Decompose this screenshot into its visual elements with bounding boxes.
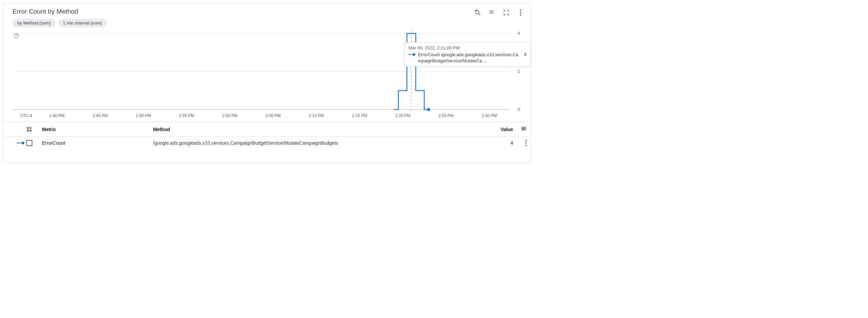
x-tick: 2:05 PM	[266, 113, 281, 118]
chip-interval[interactable]: 1 min interval (sum)	[58, 19, 107, 27]
td-method: /google.ads.googleads.v10.services.Campa…	[153, 140, 493, 146]
chip-group-by[interactable]: by Method (sum)	[13, 19, 56, 27]
legend-toggle-icon[interactable]	[489, 9, 495, 16]
metrics-card: Error Count by Method by Method (sum) 1 …	[3, 3, 531, 163]
x-tick: 2:10 PM	[309, 113, 324, 118]
card-title: Error Count by Method	[13, 8, 107, 15]
th-metric[interactable]: Metric	[42, 127, 153, 132]
table-header: Metric Method Value	[3, 122, 531, 136]
y-tick: 0	[518, 107, 520, 112]
row-series-marker	[7, 142, 26, 144]
svg-point-0	[476, 11, 479, 14]
svg-line-1	[479, 14, 480, 15]
tooltip-value: 4	[524, 52, 526, 57]
td-value: 4	[493, 140, 513, 146]
reset-zoom-icon[interactable]	[474, 9, 481, 16]
filter-columns-icon[interactable]	[26, 126, 42, 132]
more-options-icon[interactable]	[517, 9, 524, 16]
row-more-options-icon[interactable]	[525, 140, 527, 146]
chart-tooltip: Mar 30, 2022, 2:21:00 PM ErrorCount /goo…	[404, 42, 531, 67]
x-tick: 1:45 PM	[92, 113, 108, 118]
tooltip-series-label: ErrorCount /google.ads.googleads.v10.ser…	[418, 52, 519, 64]
tooltip-series-marker	[408, 53, 415, 56]
chart-area[interactable]: 4 2 0 UTC-4 1:40 PM 1:45 PM 1:50 PM 1:55…	[3, 29, 531, 122]
tooltip-timestamp: Mar 30, 2022, 2:21:00 PM	[408, 45, 526, 50]
row-checkbox[interactable]	[26, 140, 32, 146]
chip-row: by Method (sum) 1 min interval (sum)	[13, 19, 107, 27]
svg-rect-13	[525, 127, 526, 131]
column-settings-icon[interactable]	[521, 126, 527, 133]
help-icon[interactable]	[13, 33, 19, 39]
card-header: Error Count by Method by Method (sum) 1 …	[3, 3, 531, 29]
card-toolbar	[474, 8, 524, 16]
y-tick: 4	[518, 31, 520, 36]
y-tick: 2	[518, 69, 520, 74]
header-left: Error Count by Method by Method (sum) 1 …	[13, 8, 107, 27]
x-tick: 2:25 PM	[438, 113, 454, 118]
svg-point-3	[16, 37, 16, 37]
current-time-marker	[427, 108, 430, 111]
x-tick: 2:20 PM	[395, 113, 410, 118]
x-tick: 2:15 PM	[352, 113, 367, 118]
th-method[interactable]: Method	[153, 127, 493, 132]
x-tick: 2:00 PM	[222, 113, 238, 118]
x-tick: UTC-4	[20, 113, 32, 118]
svg-rect-7	[27, 127, 29, 129]
x-tick: 1:55 PM	[179, 113, 194, 118]
x-tick: 1:50 PM	[136, 113, 151, 118]
th-value[interactable]: Value	[493, 127, 513, 132]
svg-rect-12	[523, 127, 524, 131]
x-tick: 2:30 PM	[482, 113, 497, 118]
x-tick: 1:40 PM	[49, 113, 65, 118]
fullscreen-icon[interactable]	[503, 9, 510, 16]
td-metric: ErrorCount	[42, 140, 153, 146]
svg-rect-9	[27, 129, 29, 131]
svg-rect-11	[522, 127, 523, 131]
table-row: ErrorCount /google.ads.googleads.v10.ser…	[3, 136, 531, 149]
svg-rect-10	[30, 129, 31, 131]
